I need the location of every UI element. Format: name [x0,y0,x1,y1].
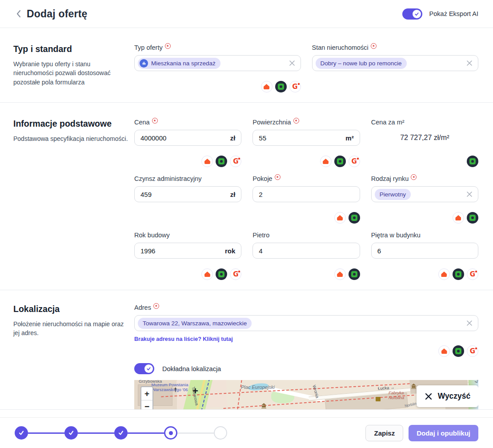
admin-rent-suffix: zł [230,191,236,198]
step-3[interactable] [114,426,128,440]
portal-icons [371,156,478,168]
required-icon: * [275,174,281,180]
floor-input[interactable] [253,243,360,259]
gratka-icon: G [467,345,478,357]
step-1[interactable] [15,426,28,440]
address-chip: Towarowa 22, Warszawa, mazowieckie [138,318,252,329]
field-label: Powierzchnia [253,119,291,126]
section-description: Położenie nieruchomości na mapie oraz je… [13,320,128,338]
area-input[interactable] [253,130,360,146]
field-typ-oferty: Typ oferty* Mieszkania na sprzedaż [134,44,301,93]
close-icon [466,191,473,197]
wizard-stepper [15,426,227,440]
olx-icon [453,268,464,280]
field-rok-budowy: Rok budowy rok G [134,232,241,281]
close-icon [466,320,473,326]
section-title: Typ i standard [13,44,128,54]
location-map[interactable]: Grzybowska Muzeum Powstania Warszawskieg… [134,380,478,409]
field-rodzaj-rynku: Rodzaj rynku* Pierwotny [371,175,478,224]
publish-button[interactable]: Dodaj i opublikuj [409,425,478,441]
toggle-knob [413,10,421,18]
missing-address-link[interactable]: Brakuje adresu na liście? Kliknij tutaj [134,336,478,342]
map-zoom-control: + − [140,386,153,409]
olx-icon [216,156,227,167]
portal-icons: G [134,81,301,93]
olx-icon [216,268,227,280]
year-suffix: rok [225,247,235,255]
clear-condition-button[interactable] [466,60,473,66]
field-pietro: Pietro [253,232,360,281]
step-2[interactable] [64,426,78,440]
close-icon [466,60,473,66]
check-icon [414,12,419,16]
map-square-label: Plac Europejski [241,384,275,390]
rooms-input[interactable] [253,186,360,202]
exact-location-label: Dokładna lokalizacja [162,365,221,372]
section-description: Wybranie typu oferty i stanu nieruchomoś… [13,60,128,87]
field-label: Typ oferty [134,44,163,51]
price-input[interactable] [134,130,241,146]
floors-total-input[interactable] [371,243,478,259]
field-label: Rodzaj rynku [371,175,409,182]
check-icon [68,430,74,436]
close-icon [289,60,295,66]
otodom-icon [438,345,450,357]
field-label: Pokoje [253,175,272,182]
exact-location-toggle[interactable] [134,363,154,374]
page-title: Dodaj ofertę [27,8,88,20]
field-cena: Cena* zł G [134,119,241,168]
area-suffix: m² [345,134,353,142]
portal-icons: G [134,268,241,281]
otodom-icon [453,212,464,224]
otodom-icon [334,268,346,280]
portal-icons: G [134,345,478,358]
required-icon: * [153,303,159,309]
required-icon: * [371,43,377,49]
chevron-left-icon [16,10,21,18]
otodom-icon [438,268,450,280]
price-per-m2-value: 72 727,27 zł/m² [371,130,478,146]
offer-type-select[interactable]: Mieszkania na sprzedaż [134,55,301,71]
market-select[interactable]: Pierwotny [371,186,478,202]
gratka-icon: G [230,156,241,167]
admin-rent-input[interactable] [134,186,241,202]
condition-chip: Dobry – nowe lub po remoncie [316,58,407,69]
step-5[interactable] [214,426,227,440]
map-museum-label: Muzeum Powstania Warszawskiego '06 [151,383,188,392]
check-icon [146,366,151,371]
field-label: Stan nieruchomości [312,44,369,51]
step-4[interactable] [164,426,177,440]
export-ai-toggle[interactable] [402,8,422,20]
gratka-icon: G [467,268,478,280]
otodom-icon [334,212,346,224]
condition-select[interactable]: Dobry – nowe lub po remoncie [312,55,479,71]
portal-icons: G [253,156,360,168]
zoom-in-button[interactable]: + [141,387,152,400]
map-cross-icon: † [174,386,177,393]
gratka-icon: G [230,268,241,280]
field-label: Rok budowy [134,232,170,239]
field-pokoje: Pokoje* [253,175,360,224]
building-icon [140,59,148,68]
map-location-marker: + [192,385,198,397]
toggle-knob [144,364,153,373]
footer-bar: Zapisz Dodaj i opublikuj [0,418,493,448]
portal-icons [253,268,360,281]
clear-address-button[interactable] [466,320,473,326]
save-button[interactable]: Zapisz [365,425,403,441]
otodom-icon [201,268,213,280]
required-icon: * [293,118,299,124]
zoom-out-button[interactable]: − [141,400,152,409]
clear-market-button[interactable] [466,191,473,197]
check-icon [118,430,124,436]
clear-offer-type-button[interactable] [289,60,295,66]
map-cinema-icon [376,397,381,401]
address-select[interactable]: Towarowa 22, Warszawa, mazowieckie [134,315,478,331]
section-title: Informacje podstawowe [13,119,128,129]
field-adres: Adres* Towarowa 22, Warszawa, mazowiecki… [134,304,478,358]
close-icon [425,392,433,400]
map-museum-icon [261,403,267,408]
back-button[interactable] [12,8,24,20]
clear-map-button[interactable]: Wyczyść [417,385,478,407]
export-ai-toggle-label: Pokaż Eksport AI [429,10,478,17]
